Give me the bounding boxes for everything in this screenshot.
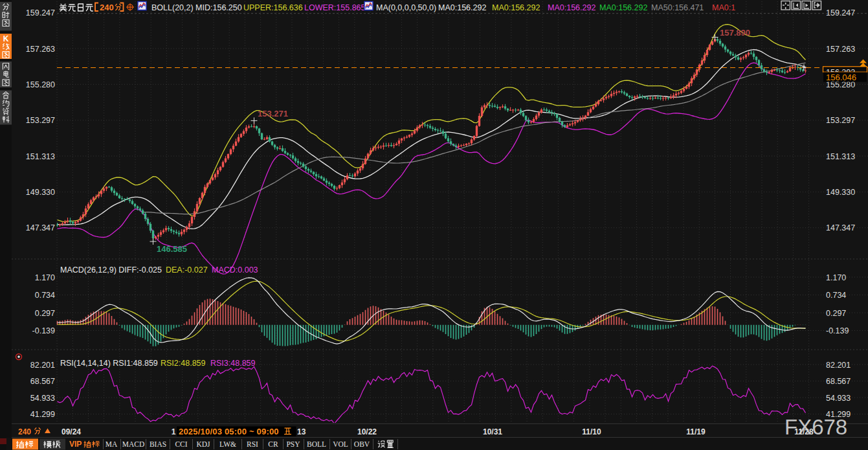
svg-text:LW&: LW& [219,440,236,448]
svg-text:82.201: 82.201 [826,361,851,370]
svg-text:FX678: FX678 [785,415,847,439]
svg-text:KDJ: KDJ [196,440,210,448]
svg-text:153.297: 153.297 [26,116,55,125]
svg-text:RSI3:48.859: RSI3:48.859 [210,359,256,368]
svg-text:VIP: VIP [69,440,82,449]
svg-text:1.170: 1.170 [826,273,846,282]
svg-text:MACD: MACD [122,440,145,448]
svg-text:240: 240 [18,427,31,436]
svg-text:-0.139: -0.139 [826,326,849,335]
svg-text:147.347: 147.347 [26,223,55,232]
svg-text:11/10: 11/10 [582,427,601,436]
svg-text:MA(0,0,0,0,50,0): MA(0,0,0,0,50,0) [376,3,436,12]
svg-text:157.890: 157.890 [720,28,750,38]
svg-text:MA0:1: MA0:1 [712,3,735,12]
svg-text:CCI: CCI [175,440,187,448]
svg-text:MA0:156.292: MA0:156.292 [548,3,595,12]
svg-text:09/24: 09/24 [61,427,81,436]
svg-text:54.933: 54.933 [30,394,55,403]
svg-text:155.280: 155.280 [26,80,55,89]
svg-text:157.263: 157.263 [26,45,55,54]
svg-text:MACD:0.003: MACD:0.003 [212,265,258,275]
svg-text:RSI: RSI [247,440,258,448]
svg-text:OBV: OBV [354,440,370,448]
svg-text:MA: MA [106,440,118,448]
svg-text:VOL: VOL [333,440,348,448]
svg-text:82.201: 82.201 [30,361,55,370]
svg-text:54.933: 54.933 [826,394,851,403]
svg-text:LOWER:155.865: LOWER:155.865 [304,3,366,12]
svg-text:2025/10/03 05:00 ~ 09:00: 2025/10/03 05:00 ~ 09:00 [179,427,279,436]
svg-text:147.347: 147.347 [826,223,855,232]
svg-text:157.263: 157.263 [826,45,855,54]
svg-text:10/22: 10/22 [357,427,377,436]
svg-text:68.567: 68.567 [826,377,851,386]
svg-text:0.297: 0.297 [35,309,55,318]
svg-text:BOLL: BOLL [307,440,326,448]
svg-text:UPPER:156.636: UPPER:156.636 [243,3,303,12]
svg-text:153.271: 153.271 [258,109,288,118]
svg-text:BIAS: BIAS [150,440,166,448]
svg-text:-0.139: -0.139 [32,326,55,335]
svg-text:151.313: 151.313 [826,152,855,161]
svg-text:41.299: 41.299 [30,410,55,419]
svg-text:MA0:156.292: MA0:156.292 [492,3,540,12]
svg-text:PSY: PSY [286,440,300,448]
svg-text:MA0:156.292: MA0:156.292 [599,3,647,12]
svg-text:RSI2:48.859: RSI2:48.859 [161,359,206,368]
svg-text:240: 240 [100,3,114,12]
svg-text:159.247: 159.247 [26,8,55,17]
svg-text:146.585: 146.585 [157,244,187,254]
svg-text:MA50:156.471: MA50:156.471 [651,3,704,12]
svg-text:153.297: 153.297 [826,116,855,125]
svg-text:156.046: 156.046 [826,73,856,82]
svg-text:CR: CR [268,440,278,448]
svg-text:159.247: 159.247 [826,8,855,17]
svg-text:151.313: 151.313 [26,152,55,161]
svg-text:RSI(14,14,14) RSI1:48.859: RSI(14,14,14) RSI1:48.859 [60,359,158,368]
svg-text:MACD(26,12,9) DIFF:-0.025: MACD(26,12,9) DIFF:-0.025 [60,265,162,275]
svg-text:68.567: 68.567 [30,377,55,386]
svg-text:1.170: 1.170 [35,273,55,282]
svg-text:13: 13 [297,427,306,436]
svg-text:149.330: 149.330 [26,188,55,197]
svg-text:MA0:156.292: MA0:156.292 [438,3,486,12]
svg-text:DEA:-0.027: DEA:-0.027 [166,265,208,275]
svg-text:11/19: 11/19 [686,427,706,436]
svg-text:0.734: 0.734 [826,291,846,300]
svg-text:1: 1 [172,427,176,436]
svg-text:149.330: 149.330 [826,188,855,197]
svg-text:BOLL(20,2) MID:156.250: BOLL(20,2) MID:156.250 [151,3,242,12]
svg-text:10/31: 10/31 [483,427,502,436]
svg-text:0.734: 0.734 [35,291,55,300]
svg-text:K: K [3,34,9,43]
svg-text:0.297: 0.297 [826,309,846,318]
